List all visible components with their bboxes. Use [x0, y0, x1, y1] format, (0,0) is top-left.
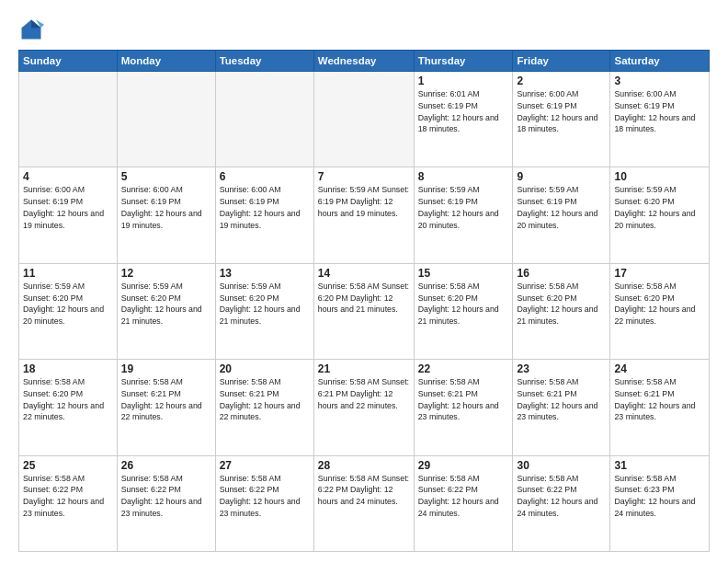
- day-info: Sunrise: 5:58 AM Sunset: 6:21 PM Dayligh…: [318, 376, 410, 411]
- day-number: 18: [23, 362, 113, 375]
- day-number: 19: [121, 362, 211, 375]
- day-number: 21: [318, 362, 410, 375]
- calendar-cell: 26Sunrise: 5:58 AM Sunset: 6:22 PM Dayli…: [117, 455, 215, 551]
- calendar-cell: 16Sunrise: 5:58 AM Sunset: 6:20 PM Dayli…: [513, 263, 610, 359]
- day-info: Sunrise: 5:58 AM Sunset: 6:22 PM Dayligh…: [318, 473, 410, 508]
- day-info: Sunrise: 6:00 AM Sunset: 6:19 PM Dayligh…: [121, 184, 211, 231]
- weekday-header-sunday: Sunday: [19, 51, 118, 72]
- week-row-3: 11Sunrise: 5:59 AM Sunset: 6:20 PM Dayli…: [19, 263, 710, 359]
- calendar-cell: 11Sunrise: 5:59 AM Sunset: 6:20 PM Dayli…: [19, 263, 118, 359]
- day-info: Sunrise: 5:59 AM Sunset: 6:20 PM Dayligh…: [614, 184, 705, 231]
- day-number: 13: [220, 267, 310, 280]
- day-number: 20: [220, 362, 310, 375]
- calendar-cell: 6Sunrise: 6:00 AM Sunset: 6:19 PM Daylig…: [215, 167, 313, 263]
- calendar-cell: 5Sunrise: 6:00 AM Sunset: 6:19 PM Daylig…: [117, 167, 215, 263]
- weekday-header-monday: Monday: [117, 51, 215, 72]
- calendar-cell: 8Sunrise: 5:59 AM Sunset: 6:19 PM Daylig…: [414, 167, 513, 263]
- day-number: 10: [614, 170, 705, 183]
- day-info: Sunrise: 5:58 AM Sunset: 6:22 PM Dayligh…: [121, 473, 211, 520]
- day-number: 1: [418, 75, 509, 87]
- day-number: 4: [23, 170, 113, 183]
- calendar-cell: 18Sunrise: 5:58 AM Sunset: 6:20 PM Dayli…: [19, 360, 118, 455]
- weekday-header-tuesday: Tuesday: [215, 51, 313, 72]
- weekday-header-friday: Friday: [513, 51, 610, 72]
- week-row-2: 4Sunrise: 6:00 AM Sunset: 6:19 PM Daylig…: [19, 167, 710, 263]
- calendar-cell: 12Sunrise: 5:59 AM Sunset: 6:20 PM Dayli…: [117, 263, 215, 359]
- calendar-cell: 13Sunrise: 5:59 AM Sunset: 6:20 PM Dayli…: [215, 263, 313, 359]
- day-info: Sunrise: 5:58 AM Sunset: 6:21 PM Dayligh…: [220, 376, 310, 423]
- calendar-cell: 25Sunrise: 5:58 AM Sunset: 6:22 PM Dayli…: [19, 455, 118, 551]
- calendar-cell: 15Sunrise: 5:58 AM Sunset: 6:20 PM Dayli…: [414, 263, 513, 359]
- day-number: 9: [517, 170, 606, 183]
- day-number: 3: [614, 75, 705, 87]
- calendar-cell: 27Sunrise: 5:58 AM Sunset: 6:22 PM Dayli…: [215, 455, 313, 551]
- page: SundayMondayTuesdayWednesdayThursdayFrid…: [0, 0, 728, 563]
- calendar-cell: 29Sunrise: 5:58 AM Sunset: 6:22 PM Dayli…: [414, 455, 513, 551]
- calendar-cell: 22Sunrise: 5:58 AM Sunset: 6:21 PM Dayli…: [414, 360, 513, 455]
- week-row-5: 25Sunrise: 5:58 AM Sunset: 6:22 PM Dayli…: [19, 455, 710, 551]
- day-number: 23: [517, 362, 606, 375]
- day-info: Sunrise: 5:58 AM Sunset: 6:22 PM Dayligh…: [418, 473, 509, 520]
- day-number: 15: [418, 267, 509, 280]
- day-info: Sunrise: 6:00 AM Sunset: 6:19 PM Dayligh…: [220, 184, 310, 231]
- calendar-cell: 7Sunrise: 5:59 AM Sunset: 6:19 PM Daylig…: [313, 167, 414, 263]
- calendar-cell: 28Sunrise: 5:58 AM Sunset: 6:22 PM Dayli…: [313, 455, 414, 551]
- day-info: Sunrise: 5:58 AM Sunset: 6:21 PM Dayligh…: [418, 376, 509, 423]
- day-info: Sunrise: 5:59 AM Sunset: 6:20 PM Dayligh…: [23, 281, 113, 327]
- calendar-cell: 20Sunrise: 5:58 AM Sunset: 6:21 PM Dayli…: [215, 360, 313, 455]
- day-number: 27: [220, 459, 310, 472]
- day-number: 25: [23, 459, 113, 472]
- day-info: Sunrise: 6:00 AM Sunset: 6:19 PM Dayligh…: [614, 88, 705, 135]
- calendar-cell: 4Sunrise: 6:00 AM Sunset: 6:19 PM Daylig…: [19, 167, 118, 263]
- day-info: Sunrise: 5:59 AM Sunset: 6:19 PM Dayligh…: [517, 184, 606, 231]
- day-info: Sunrise: 5:59 AM Sunset: 6:19 PM Dayligh…: [318, 184, 410, 219]
- day-number: 16: [517, 267, 606, 280]
- calendar-cell: 21Sunrise: 5:58 AM Sunset: 6:21 PM Dayli…: [313, 360, 414, 455]
- weekday-header-row: SundayMondayTuesdayWednesdayThursdayFrid…: [19, 51, 710, 72]
- day-number: 14: [318, 267, 410, 280]
- day-info: Sunrise: 5:58 AM Sunset: 6:20 PM Dayligh…: [614, 281, 705, 327]
- day-info: Sunrise: 5:58 AM Sunset: 6:20 PM Dayligh…: [23, 376, 113, 423]
- day-info: Sunrise: 5:59 AM Sunset: 6:20 PM Dayligh…: [121, 281, 211, 327]
- day-info: Sunrise: 5:58 AM Sunset: 6:22 PM Dayligh…: [220, 473, 310, 520]
- calendar-cell: [313, 72, 414, 167]
- calendar-cell: 23Sunrise: 5:58 AM Sunset: 6:21 PM Dayli…: [513, 360, 610, 455]
- calendar-table: SundayMondayTuesdayWednesdayThursdayFrid…: [18, 50, 710, 552]
- week-row-4: 18Sunrise: 5:58 AM Sunset: 6:20 PM Dayli…: [19, 360, 710, 455]
- weekday-header-wednesday: Wednesday: [313, 51, 414, 72]
- day-number: 8: [418, 170, 509, 183]
- calendar-cell: 9Sunrise: 5:59 AM Sunset: 6:19 PM Daylig…: [513, 167, 610, 263]
- day-number: 24: [614, 362, 705, 375]
- day-number: 2: [517, 75, 606, 87]
- logo: [18, 17, 48, 42]
- day-number: 28: [318, 459, 410, 472]
- calendar-cell: 1Sunrise: 6:01 AM Sunset: 6:19 PM Daylig…: [414, 72, 513, 167]
- day-info: Sunrise: 5:58 AM Sunset: 6:22 PM Dayligh…: [517, 473, 606, 520]
- calendar-cell: [19, 72, 118, 167]
- calendar-cell: 31Sunrise: 5:58 AM Sunset: 6:23 PM Dayli…: [610, 455, 710, 551]
- day-number: 5: [121, 170, 211, 183]
- day-number: 22: [418, 362, 509, 375]
- calendar-cell: [215, 72, 313, 167]
- day-info: Sunrise: 6:01 AM Sunset: 6:19 PM Dayligh…: [418, 88, 509, 135]
- calendar-cell: 19Sunrise: 5:58 AM Sunset: 6:21 PM Dayli…: [117, 360, 215, 455]
- day-info: Sunrise: 5:58 AM Sunset: 6:21 PM Dayligh…: [517, 376, 606, 423]
- calendar-cell: 14Sunrise: 5:58 AM Sunset: 6:20 PM Dayli…: [313, 263, 414, 359]
- day-info: Sunrise: 6:00 AM Sunset: 6:19 PM Dayligh…: [517, 88, 606, 135]
- header: [18, 17, 710, 42]
- day-number: 7: [318, 170, 410, 183]
- day-info: Sunrise: 5:59 AM Sunset: 6:20 PM Dayligh…: [220, 281, 310, 327]
- day-number: 6: [220, 170, 310, 183]
- calendar-cell: 24Sunrise: 5:58 AM Sunset: 6:21 PM Dayli…: [610, 360, 710, 455]
- day-info: Sunrise: 5:58 AM Sunset: 6:20 PM Dayligh…: [418, 281, 509, 327]
- week-row-1: 1Sunrise: 6:01 AM Sunset: 6:19 PM Daylig…: [19, 72, 710, 167]
- day-number: 11: [23, 267, 113, 280]
- day-number: 29: [418, 459, 509, 472]
- day-info: Sunrise: 5:58 AM Sunset: 6:20 PM Dayligh…: [318, 281, 410, 316]
- calendar-cell: 2Sunrise: 6:00 AM Sunset: 6:19 PM Daylig…: [513, 72, 610, 167]
- day-info: Sunrise: 5:58 AM Sunset: 6:21 PM Dayligh…: [121, 376, 211, 423]
- day-info: Sunrise: 5:58 AM Sunset: 6:22 PM Dayligh…: [23, 473, 113, 520]
- calendar-cell: 17Sunrise: 5:58 AM Sunset: 6:20 PM Dayli…: [610, 263, 710, 359]
- calendar-cell: 30Sunrise: 5:58 AM Sunset: 6:22 PM Dayli…: [513, 455, 610, 551]
- calendar-cell: 10Sunrise: 5:59 AM Sunset: 6:20 PM Dayli…: [610, 167, 710, 263]
